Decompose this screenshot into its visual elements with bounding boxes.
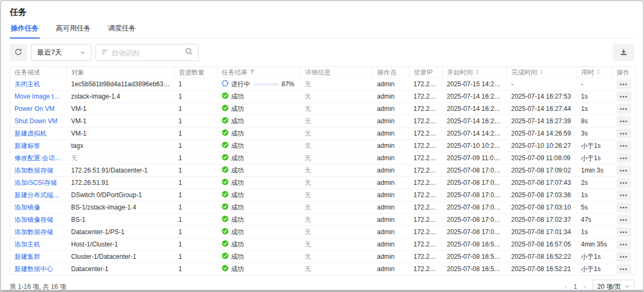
object-cell: VM-1 — [67, 128, 174, 140]
more-actions-button[interactable]: ••• — [617, 178, 631, 188]
task-link[interactable]: 关闭主机 — [14, 80, 40, 89]
check-circle-icon — [222, 240, 229, 249]
resource-count-cell: 1 — [174, 263, 217, 275]
end-time-cell: 2025-07-14 16:27:44 — [507, 103, 577, 115]
status-label: 成功 — [231, 178, 244, 188]
more-actions-button[interactable]: ••• — [617, 227, 631, 237]
current-page[interactable]: 1 — [574, 283, 577, 290]
end-time-cell: 2025-07-08 17:07:43 — [507, 177, 577, 189]
start-time-cell: 2025-07-15 14:21:03 — [443, 78, 507, 91]
check-circle-icon — [222, 154, 229, 162]
check-circle-icon — [222, 166, 229, 175]
task-result-cell: 成功 — [217, 103, 301, 115]
more-actions-button[interactable]: ••• — [617, 203, 631, 212]
tab-1[interactable]: 高可用任务 — [55, 24, 92, 38]
export-button[interactable] — [613, 44, 634, 61]
object-cell: VM-1 — [67, 103, 174, 115]
tab-bar: 操作任务高可用任务调度任务 — [10, 24, 634, 39]
column-label: 操作 — [617, 68, 630, 77]
task-link[interactable]: 添加主机 — [14, 240, 40, 249]
search-input[interactable] — [112, 49, 181, 57]
object-cell: 1ec5b581b98d4a11ad3896eb63a41ae4 — [67, 78, 174, 91]
start-time-cell: 2025-07-08 16:52:22 — [443, 251, 507, 263]
more-actions-button[interactable]: ••• — [617, 92, 631, 101]
task-link[interactable]: 新建分布式端口组 — [14, 191, 63, 200]
task-link[interactable]: Power On VM — [14, 105, 55, 113]
more-actions-button[interactable]: ••• — [617, 190, 631, 200]
resource-count-cell: 1 — [174, 251, 217, 263]
more-actions-button[interactable]: ••• — [617, 239, 631, 249]
more-actions-button[interactable]: ••• — [617, 104, 631, 114]
search-box[interactable] — [96, 44, 199, 61]
detail-cell: 无 — [301, 177, 373, 189]
end-time-cell: 2025-07-08 17:03:36 — [507, 189, 577, 201]
prev-page-button[interactable]: ‹ — [565, 283, 567, 290]
tab-0[interactable]: 操作任务 — [10, 24, 40, 39]
column-label: 用时 — [581, 68, 594, 77]
end-time-cell: 2025-07-14 14:26:59 — [507, 128, 577, 140]
pagination: ‹ 1 › 20 项/页 — [565, 280, 634, 292]
object-cell: Host-1/Cluster-1 — [67, 238, 174, 251]
sort-carets-icon[interactable] — [596, 69, 601, 77]
column-label: 资源数量 — [179, 68, 204, 77]
operator-cell: admin — [373, 177, 409, 189]
task-link[interactable]: 修改配置:会话超时... — [14, 154, 63, 163]
task-link[interactable]: 新建集群 — [14, 252, 40, 261]
chevron-down-icon — [80, 49, 85, 57]
start-time-cell: 2025-07-08 17:07:59 — [443, 164, 507, 177]
end-time-cell: 2025-07-08 16:52:22 — [507, 251, 577, 263]
refresh-button[interactable] — [10, 44, 27, 61]
task-link[interactable]: Shut Down VM — [14, 117, 57, 125]
login-ip-cell: 172.22.2... — [409, 201, 443, 214]
task-link[interactable]: 添加镜像存储 — [14, 215, 53, 224]
page-size-value: 20 项/页 — [597, 282, 621, 291]
task-link[interactable]: 新建标签 — [14, 141, 40, 151]
task-link[interactable]: 新建虚拟机 — [14, 129, 47, 138]
filter-funnel-icon[interactable] — [250, 69, 255, 76]
check-circle-icon — [222, 117, 229, 125]
table-footer: 第 1-16 项, 共 16 项 ‹ 1 › 20 项/页 — [10, 275, 634, 292]
more-actions-button[interactable]: ••• — [617, 215, 631, 224]
start-time-cell: 2025-07-08 17:07:41 — [443, 177, 507, 189]
status-label: 成功 — [231, 240, 244, 249]
more-actions-button[interactable]: ••• — [617, 116, 631, 126]
sort-carets-icon[interactable] — [539, 69, 544, 77]
status-label: 成功 — [231, 117, 244, 126]
column-header-3[interactable]: 任务结果 — [217, 67, 301, 78]
more-actions-button[interactable]: ••• — [617, 264, 631, 274]
status-label: 成功 — [231, 104, 244, 114]
more-actions-button[interactable]: ••• — [617, 166, 631, 175]
object-cell: DSwitch 0/DPortGroup-1 — [67, 189, 174, 201]
more-actions-button[interactable]: ••• — [617, 79, 631, 89]
check-circle-icon — [222, 191, 229, 199]
resource-count-cell: 1 — [174, 140, 217, 152]
date-range-select[interactable]: 最近7天 — [31, 44, 91, 61]
table-row: 新建虚拟机VM-11成功无admin172.22.2...2025-07-14 … — [10, 128, 636, 140]
next-page-button[interactable]: › — [583, 283, 586, 290]
more-actions-button[interactable]: ••• — [617, 153, 631, 163]
task-result-cell: 进行中87% — [217, 78, 301, 91]
login-ip-cell: 172.22.2... — [409, 164, 443, 177]
operator-cell: admin — [373, 251, 409, 263]
tab-2[interactable]: 调度任务 — [107, 24, 137, 38]
status-label: 成功 — [231, 265, 244, 274]
task-link[interactable]: 新建数据中心 — [14, 265, 53, 274]
operator-cell: admin — [373, 201, 409, 214]
column-header-9[interactable]: 用时 — [577, 67, 612, 78]
duration-cell: 5s — [577, 201, 612, 214]
task-link[interactable]: 添加iSCSI存储 — [14, 178, 57, 188]
task-link[interactable]: Move Image to Rec... — [14, 93, 63, 100]
task-link[interactable]: 添加数据存储 — [14, 228, 53, 237]
column-header-8[interactable]: 完成时间 — [507, 67, 577, 78]
task-link[interactable]: 添加数据存储 — [14, 166, 53, 175]
more-actions-button[interactable]: ••• — [617, 141, 631, 151]
more-actions-button[interactable]: ••• — [617, 252, 631, 261]
page-size-select[interactable]: 20 项/页 — [592, 280, 634, 292]
check-circle-icon — [222, 129, 229, 138]
resource-count-cell: 1 — [174, 164, 217, 177]
sort-carets-icon[interactable] — [475, 69, 479, 77]
more-actions-button[interactable]: ••• — [617, 129, 631, 138]
operator-cell: admin — [373, 164, 409, 177]
column-header-7[interactable]: 开始时间 — [443, 67, 507, 78]
task-link[interactable]: 添加镜像 — [14, 203, 40, 212]
